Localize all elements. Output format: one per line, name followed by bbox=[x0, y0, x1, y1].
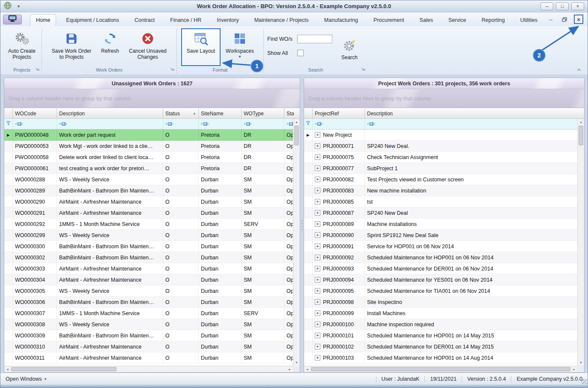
expand-icon[interactable]: + bbox=[315, 232, 320, 238]
project-row[interactable]: +PRJ0000082Test Projects viewed in Custo… bbox=[304, 174, 577, 185]
right-horizontal-scrollbar[interactable]: ◄ ► bbox=[304, 366, 577, 372]
project-row[interactable]: +PRJ0000098Site Inspectino bbox=[304, 297, 577, 308]
expand-icon[interactable]: + bbox=[315, 299, 320, 305]
tab-procurement[interactable]: Procurement bbox=[368, 15, 410, 26]
filter-cell-wotype[interactable]: ABc bbox=[242, 119, 284, 129]
filter-funnel-icon[interactable] bbox=[6, 121, 11, 127]
tab-sales[interactable]: Sales bbox=[414, 15, 439, 26]
close-button[interactable]: × bbox=[571, 3, 584, 10]
expand-icon[interactable]: + bbox=[315, 333, 320, 338]
work-order-row[interactable]: ▶PWO0000048Work order part requestOPreto… bbox=[4, 129, 293, 141]
expand-icon[interactable]: + bbox=[315, 199, 320, 205]
work-order-row[interactable]: WO00002921MMS - 1 Month Machine ServiceO… bbox=[4, 219, 293, 230]
project-row[interactable]: +PRJ0000071SP240 New Deal. bbox=[304, 141, 577, 152]
expand-icon[interactable]: + bbox=[315, 322, 320, 327]
maximize-button[interactable]: □ bbox=[556, 3, 569, 10]
dialog-launcher-icon[interactable] bbox=[258, 66, 261, 73]
work-order-row[interactable]: WO0000306BathBinMaint - Bathroom Bin Mai… bbox=[4, 297, 293, 308]
project-row[interactable]: +PRJ0000091Service for HOP001 on 06 Nov … bbox=[304, 241, 577, 252]
filter-cell-status2[interactable]: ABc bbox=[284, 119, 294, 129]
work-order-row[interactable]: WO0000300BathBinMaint - Bathroom Bin Mai… bbox=[4, 241, 293, 252]
filter-funnel-icon[interactable] bbox=[306, 121, 310, 127]
column-header-status[interactable]: Status▲ bbox=[163, 108, 199, 118]
project-row[interactable]: +PRJ0000102Scheduled Maintenance for DER… bbox=[304, 341, 577, 352]
tab-manufacturing[interactable]: Manufacturing bbox=[319, 15, 364, 26]
project-row[interactable]: +PRJ0000085tst bbox=[304, 196, 577, 208]
project-row[interactable]: +PRJ0000089Machine installations bbox=[304, 219, 577, 230]
filter-cell-wocode[interactable]: ABc bbox=[13, 119, 57, 129]
search-button[interactable]: Search bbox=[336, 35, 363, 63]
expand-icon[interactable]: + bbox=[315, 344, 320, 349]
mdi-close-button[interactable]: × bbox=[574, 15, 583, 24]
tab-finance-hr[interactable]: Finance / HR bbox=[164, 15, 207, 26]
project-row[interactable]: +PRJ0000087SP240 New Deal bbox=[304, 208, 577, 219]
project-row[interactable]: +PRJ0000093Scheduled Maintenance for DER… bbox=[304, 263, 577, 274]
project-row[interactable]: +PRJ0000075Check Technician Assignment bbox=[304, 152, 577, 163]
tab-reporting[interactable]: Reporting bbox=[476, 15, 510, 26]
filter-cell-status[interactable]: ABc bbox=[163, 119, 199, 129]
work-order-row[interactable]: WO0000304AirMaint - Airfreshner Maintena… bbox=[4, 274, 293, 286]
work-order-row[interactable]: PWO0000058Delete work order linked to cl… bbox=[4, 152, 293, 163]
open-windows-button[interactable]: Open Windows▾ bbox=[6, 376, 46, 382]
tab-maintenance-projects[interactable]: Maintenance / Projects bbox=[249, 15, 314, 26]
right-group-by-area[interactable]: Drag a column header here to group by th… bbox=[304, 89, 584, 108]
expand-icon[interactable]: + bbox=[315, 266, 320, 271]
work-order-row[interactable]: WO0000309BathBinMaint - Bathroom Bin Mai… bbox=[4, 330, 293, 341]
expand-icon[interactable]: + bbox=[315, 154, 320, 160]
filter-cell-sitename[interactable]: ABc bbox=[199, 119, 242, 129]
left-vertical-scrollbar[interactable]: ▲ ▼ bbox=[293, 119, 300, 366]
tab-inventory[interactable]: Inventory bbox=[211, 15, 244, 26]
project-row[interactable]: +PRJ0000083New machine installation bbox=[304, 185, 577, 196]
project-row[interactable]: +PRJ0000100Machine inspection required bbox=[304, 319, 577, 330]
cancel-unsaved-changes-button[interactable]: Cancel Unsaved Changes bbox=[124, 28, 171, 63]
minimize-button[interactable]: – bbox=[540, 3, 553, 10]
project-row[interactable]: +PRJ0000095Scheduled Maintenance for TIA… bbox=[304, 286, 577, 297]
work-order-row[interactable]: WO0000290AirMaint - Airfreshner Maintena… bbox=[4, 196, 293, 208]
expand-icon[interactable]: + bbox=[315, 177, 320, 182]
column-header-projectref[interactable]: ProjectRef bbox=[313, 108, 365, 118]
project-row[interactable]: +PRJ0000092Scheduled Maintenance for HOP… bbox=[304, 252, 577, 263]
expand-icon[interactable]: + bbox=[315, 188, 320, 193]
auto-create-projects-button[interactable]: Auto Create Projects bbox=[4, 28, 39, 63]
application-menu-button[interactable] bbox=[3, 15, 22, 24]
show-all-checkbox[interactable] bbox=[297, 50, 304, 56]
column-header-description[interactable]: Description bbox=[57, 108, 163, 118]
expand-icon[interactable]: + bbox=[315, 221, 320, 227]
workspaces-button[interactable]: Workspaces ▼ bbox=[221, 28, 259, 62]
project-row[interactable]: +PRJ0000077SubProject 1 bbox=[304, 163, 577, 174]
save-work-order-to-projects-button[interactable]: Save Work Order to Projects bbox=[47, 28, 96, 63]
refresh-button[interactable]: Refresh bbox=[96, 28, 124, 57]
work-order-row[interactable]: WO0000311AirMaint - Airfreshner Maintena… bbox=[4, 352, 293, 364]
work-order-row[interactable]: PWO0000053Work Mgt - work order linked t… bbox=[4, 141, 293, 152]
expand-icon[interactable]: + bbox=[315, 255, 320, 260]
project-row[interactable]: ▶+New Project bbox=[304, 129, 577, 141]
work-order-row[interactable]: WO00003071MMS - 1 Month Machine ServiceO… bbox=[4, 308, 293, 319]
mdi-minimize-button[interactable]: – bbox=[546, 15, 555, 24]
right-vertical-scrollbar[interactable]: ▲ ▼ bbox=[577, 119, 584, 366]
save-layout-button[interactable]: Save Layout bbox=[181, 28, 221, 66]
column-header-wotype[interactable]: WOType bbox=[242, 108, 284, 118]
resize-grip[interactable] bbox=[582, 379, 587, 384]
dialog-launcher-icon[interactable] bbox=[171, 66, 174, 73]
filter-cell-description[interactable]: ABc bbox=[57, 119, 163, 129]
expand-icon[interactable]: + bbox=[315, 277, 320, 283]
mdi-restore-button[interactable] bbox=[560, 15, 569, 24]
work-order-row[interactable]: WO0000302BathBinMaint - Bathroom Bin Mai… bbox=[4, 252, 293, 263]
expand-icon[interactable]: + bbox=[315, 244, 320, 249]
expand-icon[interactable]: + bbox=[315, 288, 320, 294]
column-header-description[interactable]: Description bbox=[365, 108, 584, 118]
left-horizontal-scrollbar[interactable]: ◄ ► bbox=[4, 366, 293, 372]
left-group-by-area[interactable]: Drag a column header here to group by th… bbox=[4, 89, 300, 108]
work-order-row[interactable]: WO0000308WS - Weekly ServiceODurbanSMOp bbox=[4, 319, 293, 330]
qat-dropdown-icon[interactable]: ▾ bbox=[18, 4, 20, 9]
tab-contract[interactable]: Contract bbox=[129, 15, 160, 26]
work-order-row[interactable]: WO0000310AirMaint - Airfreshner Maintena… bbox=[4, 341, 293, 352]
project-row[interactable]: +PRJ0000099Install Machines bbox=[304, 308, 577, 319]
filter-cell-description[interactable]: ABc bbox=[365, 119, 584, 129]
expand-icon[interactable]: + bbox=[315, 310, 320, 316]
project-row[interactable]: +PRJ0000090Sprint SP1912 New Deal Sale bbox=[304, 230, 577, 241]
work-order-row[interactable]: WO0000305WS - Weekly ServiceODurbanSMOp bbox=[4, 286, 293, 297]
dialog-launcher-icon[interactable] bbox=[36, 66, 39, 73]
project-row[interactable]: +PRJ0000094Scheduled Maintenance for YES… bbox=[304, 274, 577, 286]
filter-cell-projectref[interactable]: ABc bbox=[313, 119, 365, 129]
